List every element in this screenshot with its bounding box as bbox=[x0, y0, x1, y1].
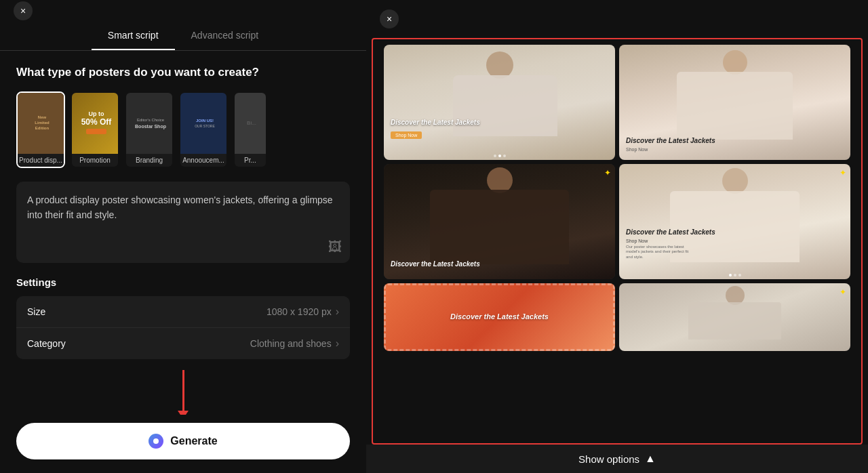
img1-dot-3 bbox=[503, 155, 506, 157]
generated-image-3[interactable]: Discover the Latest Jackets ✦ bbox=[384, 164, 615, 279]
generated-images-container: Discover the Latest Jackets Shop Now bbox=[372, 38, 863, 445]
generated-image-4[interactable]: Discover the Latest Jackets Shop Now Our… bbox=[619, 164, 850, 279]
settings-row-size[interactable]: Size 1080 x 1920 px › bbox=[16, 296, 350, 328]
settings-value-size: 1080 x 1920 px › bbox=[267, 306, 339, 318]
image-upload-icon[interactable]: 🖼 bbox=[328, 239, 342, 255]
red-down-arrow bbox=[178, 370, 189, 415]
poster-type-label-extra: Pr... bbox=[235, 154, 266, 167]
images-grid: Discover the Latest Jackets Shop Now bbox=[384, 45, 850, 351]
settings-row-category[interactable]: Category Clothing and shoes › bbox=[16, 328, 350, 359]
poster-type-product-display[interactable]: NewLimitedEdition Product disp... bbox=[16, 91, 65, 168]
tab-advanced-script[interactable]: Advanced script bbox=[175, 22, 275, 50]
img4-dot-3 bbox=[738, 274, 741, 276]
right-panel-header: × bbox=[366, 0, 868, 38]
arrow-indicator bbox=[16, 359, 350, 415]
generated-image-2[interactable]: Discover the Latest Jackets Shop Now bbox=[619, 45, 850, 160]
tab-bar: Smart script Advanced script bbox=[0, 22, 366, 51]
img2-cta: Shop Now bbox=[626, 147, 715, 152]
settings-label-category: Category bbox=[27, 338, 66, 349]
generated-image-1[interactable]: Discover the Latest Jackets Shop Now bbox=[384, 45, 615, 160]
img3-title: Discover the Latest Jackets bbox=[391, 260, 480, 269]
img4-dot-1 bbox=[729, 274, 732, 276]
poster-type-label-announcement: Annooucem... bbox=[180, 154, 226, 167]
poster-types-row: NewLimitedEdition Product disp... Up to … bbox=[16, 91, 350, 168]
settings-label-size: Size bbox=[27, 306, 45, 317]
settings-title: Settings bbox=[16, 276, 350, 288]
img1-cta: Shop Now bbox=[391, 131, 422, 139]
img6-star-icon: ✦ bbox=[840, 287, 846, 297]
section-title: What type of posters do you want to crea… bbox=[16, 64, 350, 81]
panel-content: What type of posters do you want to crea… bbox=[0, 51, 366, 415]
show-options-chevron-icon: ▲ bbox=[645, 453, 656, 465]
poster-type-announcement[interactable]: JOIN US! OUR STORE Annooucem... bbox=[179, 91, 228, 168]
description-text: A product display poster showcasing wome… bbox=[27, 192, 339, 223]
close-button-right[interactable]: × bbox=[380, 9, 399, 28]
description-box: A product display poster showcasing wome… bbox=[16, 182, 350, 263]
poster-type-label-promotion: Promotion bbox=[72, 154, 118, 167]
generate-btn-container: Generate bbox=[0, 415, 366, 473]
img3-star-icon: ✦ bbox=[604, 168, 611, 178]
close-button-left[interactable]: × bbox=[14, 1, 33, 20]
panel-header: × bbox=[0, 0, 366, 22]
poster-type-extra[interactable]: Bi... Pr... bbox=[233, 91, 267, 168]
generate-button-label: Generate bbox=[170, 435, 217, 447]
img4-subtitle: Our poster showcases the latest model's … bbox=[626, 245, 694, 260]
img4-title: Discover the Latest Jackets bbox=[626, 228, 715, 237]
generate-button[interactable]: Generate bbox=[16, 423, 350, 459]
settings-arrow-category: › bbox=[336, 337, 339, 350]
poster-type-promotion[interactable]: Up to 50% Off Promotion bbox=[71, 91, 119, 168]
right-panel: × Discover the Latest Jackets Shop Now bbox=[366, 0, 868, 473]
show-options-label: Show options bbox=[578, 453, 639, 465]
tab-smart-script[interactable]: Smart script bbox=[92, 22, 175, 50]
img4-cta: Shop Now bbox=[626, 239, 715, 243]
left-panel: × Smart script Advanced script What type… bbox=[0, 0, 366, 473]
img1-title: Discover the Latest Jackets bbox=[391, 118, 480, 127]
settings-card: Size 1080 x 1920 px › Category Clothing … bbox=[16, 296, 350, 359]
poster-type-label-branding: Branding bbox=[126, 154, 172, 167]
poster-type-branding[interactable]: Editor's Choice Boostar Shop Branding bbox=[125, 91, 174, 168]
img1-dot-2 bbox=[498, 155, 501, 157]
img2-title: Discover the Latest Jackets bbox=[626, 136, 715, 146]
img4-star-icon: ✦ bbox=[840, 168, 846, 178]
settings-value-category: Clothing and shoes › bbox=[250, 337, 339, 350]
img1-dot-1 bbox=[494, 155, 496, 157]
show-options-bar[interactable]: Show options ▲ bbox=[366, 445, 868, 473]
img1-dots bbox=[494, 155, 506, 157]
generate-icon bbox=[149, 434, 163, 449]
poster-type-label-product: Product disp... bbox=[18, 154, 64, 167]
settings-arrow-size: › bbox=[336, 306, 339, 318]
generated-image-6[interactable]: ✦ bbox=[619, 283, 850, 351]
img4-dot-2 bbox=[734, 274, 736, 276]
img4-dots bbox=[729, 274, 741, 276]
generated-image-5[interactable]: Discover the Latest Jackets bbox=[384, 283, 615, 351]
